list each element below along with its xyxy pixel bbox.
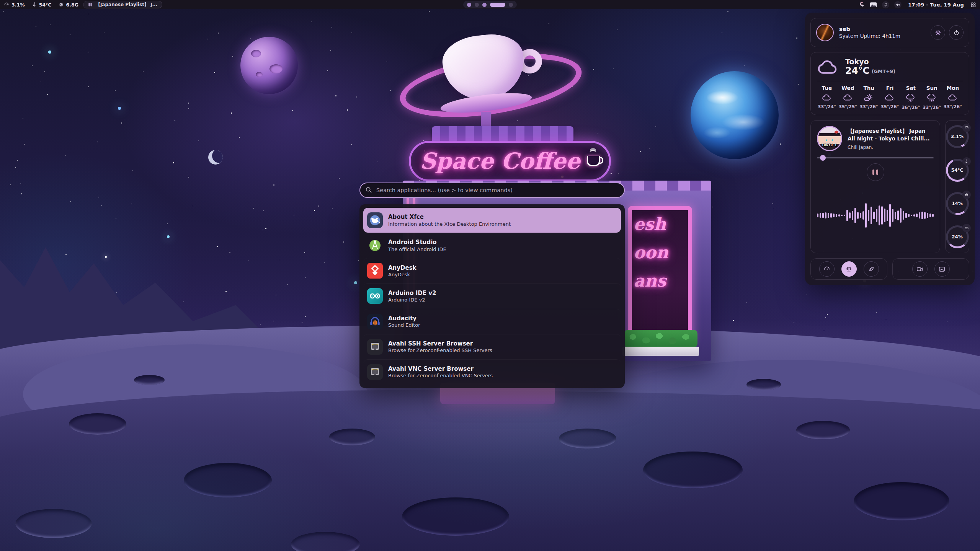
visualizer-bar bbox=[881, 206, 883, 225]
app-name: AnyDesk bbox=[388, 264, 416, 272]
app-name: About Xfce bbox=[388, 213, 511, 221]
visualizer-bar bbox=[868, 210, 869, 221]
wallpaper-icon[interactable] bbox=[870, 2, 877, 8]
app-description: Information about the Xfce Desktop Envir… bbox=[388, 221, 511, 227]
volume-icon[interactable] bbox=[894, 1, 902, 8]
chip-icon bbox=[59, 2, 64, 7]
visualizer-bar bbox=[857, 212, 859, 219]
search-input[interactable] bbox=[359, 183, 625, 198]
wallpaper-button[interactable] bbox=[934, 261, 950, 277]
visualizer-bar bbox=[929, 214, 931, 217]
temperature-gauge: 54°C bbox=[946, 159, 969, 182]
workspace-dot[interactable] bbox=[482, 3, 487, 7]
workspace-dot[interactable] bbox=[467, 3, 471, 7]
clock[interactable]: 17:09 - Tue, 19 Aug bbox=[906, 2, 965, 8]
settings-button[interactable] bbox=[931, 25, 945, 40]
app-description: Sound Editor bbox=[388, 322, 420, 328]
memory-gauge: 14% bbox=[946, 192, 969, 215]
forecast-row: Tue 33°/24° Wed 35°/25° Thu 33°/26° Fri … bbox=[817, 85, 963, 110]
app-list-item[interactable]: Arduino IDE v2 Arduino IDE v2 bbox=[363, 283, 621, 308]
visualizer-bar bbox=[833, 214, 835, 217]
visualizer-bar bbox=[873, 212, 875, 219]
weather-city: Tokyo bbox=[845, 58, 895, 66]
memory-stat: 6.8G bbox=[59, 2, 78, 8]
divider bbox=[817, 81, 963, 81]
thermometer-icon bbox=[32, 2, 37, 7]
music-progress-knob[interactable] bbox=[820, 155, 826, 161]
forecast-day-label: Fri bbox=[886, 85, 894, 91]
network-jack-icon bbox=[367, 364, 383, 380]
album-art-text: TOKYO L bbox=[818, 143, 841, 147]
power-icon bbox=[953, 29, 960, 36]
visualizer-bar bbox=[924, 212, 926, 219]
phone-icon[interactable] bbox=[858, 2, 865, 8]
visualizer-bar bbox=[822, 213, 824, 218]
cloud-icon bbox=[817, 59, 839, 75]
app-description: Arduino IDE v2 bbox=[388, 297, 436, 303]
forecast-temps: 35°/25° bbox=[839, 104, 857, 109]
visualizer-bar bbox=[849, 212, 851, 218]
top-bar: 3.1% 54°C 6.8G 【Japanese Playlist】 J... … bbox=[0, 0, 980, 9]
screen-record-button[interactable] bbox=[912, 261, 928, 277]
android-studio-logo-icon bbox=[367, 238, 383, 253]
visualizer-bar bbox=[895, 212, 896, 219]
visualizer-bar bbox=[830, 213, 832, 218]
system-stats: 3.1% 54°C 6.8G bbox=[4, 2, 78, 8]
sun-cloud-icon bbox=[864, 94, 874, 101]
weather-card: Tokyo 24°C(GMT+9) Tue 33°/24° Wed 35°/25… bbox=[810, 52, 969, 115]
music-card: TOKYO L 【Japanese Playlist】 Japan All Ni… bbox=[810, 120, 940, 253]
scales-icon bbox=[845, 266, 853, 273]
pause-icon bbox=[876, 170, 878, 175]
app-list-item[interactable]: AnyDesk AnyDesk bbox=[363, 258, 621, 283]
workspace-dot[interactable] bbox=[475, 3, 479, 7]
app-description: The official Android IDE bbox=[388, 246, 446, 253]
workspace-dot[interactable] bbox=[490, 3, 505, 7]
play-pause-button[interactable] bbox=[867, 163, 884, 181]
forecast-day: Thu 33°/26° bbox=[859, 85, 879, 110]
forecast-day-label: Sat bbox=[906, 85, 916, 91]
app-list-item[interactable]: Android Studio The official Android IDE bbox=[363, 233, 621, 258]
forecast-temps: 33°/24° bbox=[818, 104, 836, 109]
forecast-temps: 36°/26° bbox=[902, 105, 920, 110]
workspace-dot[interactable] bbox=[509, 3, 513, 7]
performance-profile-button[interactable] bbox=[819, 261, 835, 277]
powersave-profile-button[interactable] bbox=[864, 261, 879, 277]
music-progress-bar[interactable] bbox=[817, 157, 934, 158]
storm-icon bbox=[927, 94, 937, 102]
app-list-item[interactable]: Avahi SSH Server Browser Browse for Zero… bbox=[363, 334, 621, 359]
visualizer-bar bbox=[865, 203, 867, 228]
sign-marquee bbox=[432, 126, 573, 142]
visualizer-bar bbox=[927, 213, 928, 218]
forecast-day: Wed 35°/25° bbox=[838, 85, 858, 110]
temperature-value: 54°C bbox=[39, 2, 52, 8]
grid-icon[interactable] bbox=[970, 2, 976, 8]
visualizer-bar bbox=[852, 211, 853, 220]
disk-icon bbox=[962, 224, 971, 232]
cloud-icon bbox=[843, 94, 853, 101]
app-list-item[interactable]: Audacity Sound Editor bbox=[363, 309, 621, 334]
forecast-day: Fri 35°/26° bbox=[880, 85, 900, 110]
app-description: Browse for Zeroconf-enabled SSH Servers bbox=[388, 347, 492, 354]
speedometer-icon bbox=[962, 124, 971, 132]
app-list-item[interactable]: Avahi VNC Server Browser Browse for Zero… bbox=[363, 359, 621, 385]
visualizer-bar bbox=[911, 215, 912, 216]
anydesk-logo-icon bbox=[367, 263, 383, 279]
power-button[interactable] bbox=[949, 25, 964, 40]
neon-sign-text: Space Coffee bbox=[420, 148, 580, 174]
app-name: Android Studio bbox=[388, 238, 446, 246]
visualizer-bar bbox=[825, 212, 826, 218]
shop-window: esh oon ans bbox=[628, 206, 692, 344]
app-list-item[interactable]: About Xfce Information about the Xfce De… bbox=[363, 208, 621, 233]
cpu-usage-stat: 3.1% bbox=[4, 2, 25, 8]
media-chip[interactable]: 【Japanese Playlist】 J... bbox=[83, 1, 162, 8]
xfce-logo-icon bbox=[367, 212, 383, 228]
balanced-profile-button[interactable] bbox=[841, 261, 857, 277]
leaf-icon bbox=[868, 266, 875, 272]
visualizer-bar bbox=[889, 204, 891, 227]
forecast-day-label: Tue bbox=[822, 85, 832, 91]
visualizer-bar bbox=[879, 205, 880, 225]
track-subtitle: Chill Japan. bbox=[848, 145, 934, 150]
bell-icon[interactable] bbox=[882, 1, 889, 8]
window-neon-text: ans bbox=[634, 267, 688, 295]
forecast-temps: 33°/26° bbox=[923, 105, 941, 110]
